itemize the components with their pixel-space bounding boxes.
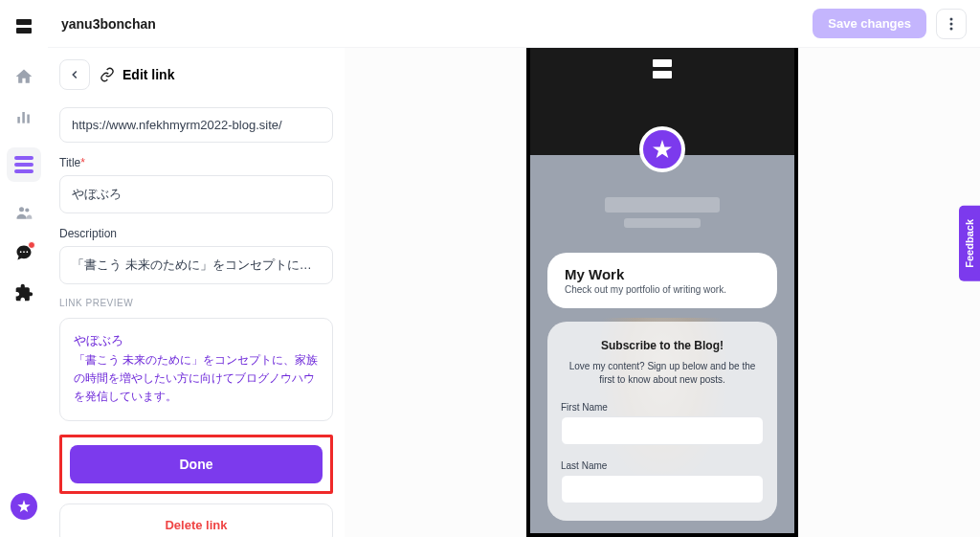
svg-point-10 — [950, 27, 953, 30]
delete-link-row: Delete link — [59, 503, 333, 537]
panel-title-text: Edit link — [122, 67, 174, 82]
svg-point-8 — [950, 17, 953, 20]
subscribe-card: Subscribe to the Blog! Love my content? … — [547, 322, 777, 521]
svg-rect-1 — [22, 112, 25, 123]
svg-point-9 — [950, 22, 953, 25]
analytics-icon[interactable] — [14, 107, 33, 126]
sidebar-nav — [0, 0, 48, 537]
svg-point-3 — [19, 207, 24, 212]
panel-title: Edit link — [100, 67, 174, 82]
description-input[interactable]: 「書こう 未来のために」をコンセプトに、家族の — [59, 246, 333, 284]
svg-point-6 — [23, 251, 25, 253]
title-input[interactable]: やぼぶろ — [59, 175, 333, 213]
placeholder-title — [605, 197, 720, 213]
title-label: Title* — [59, 156, 333, 169]
my-work-card[interactable]: My Work Check out my portfolio of writin… — [547, 253, 777, 308]
header: yanu3bonchan Save changes — [48, 0, 980, 48]
title-field: Title* やぼぶろ — [59, 156, 333, 213]
subscribe-heading: Subscribe to the Blog! — [561, 339, 764, 352]
star-badge-icon — [639, 126, 685, 172]
first-name-input[interactable] — [561, 416, 764, 445]
work-card-subtitle: Check out my portfolio of writing work. — [565, 284, 760, 295]
placeholder-subtitle — [624, 218, 701, 228]
link-preview-label: LINK PREVIEW — [59, 298, 333, 308]
svg-point-5 — [20, 251, 22, 253]
last-name-input[interactable] — [561, 475, 764, 503]
url-field: https://www.nfekhmyrm2022-blog.site/ — [59, 107, 333, 143]
preview-title: やぼぶろ — [74, 332, 319, 349]
url-input[interactable]: https://www.nfekhmyrm2022-blog.site/ — [59, 107, 333, 143]
feedback-tab[interactable]: Feedback — [959, 206, 980, 281]
done-button[interactable]: Done — [70, 445, 323, 483]
delete-link-button[interactable]: Delete link — [165, 518, 227, 532]
chat-icon[interactable] — [14, 243, 33, 262]
notification-dot — [28, 241, 35, 249]
subscribe-text: Love my content? Sign up below and be th… — [561, 360, 764, 387]
panel-header: Edit link — [59, 59, 333, 90]
last-name-label: Last Name — [561, 460, 764, 471]
star-fab-button[interactable] — [11, 493, 37, 520]
puzzle-icon[interactable] — [14, 283, 33, 302]
link-preview-card: やぼぶろ 「書こう 未来のために」をコンセプトに、家族の時間を増やしたい方に向け… — [59, 318, 333, 421]
more-options-button[interactable] — [936, 9, 967, 39]
phone-mockup: My Work Check out my portfolio of writin… — [526, 48, 798, 537]
home-icon[interactable] — [14, 67, 33, 86]
edit-link-panel: Edit link https://www.nfekhmyrm2022-blog… — [48, 48, 345, 537]
people-icon[interactable] — [14, 203, 33, 222]
save-changes-button[interactable]: Save changes — [813, 9, 926, 38]
phone-logo — [653, 59, 672, 78]
svg-rect-0 — [17, 117, 20, 123]
description-label: Description — [59, 227, 333, 240]
first-name-label: First Name — [561, 402, 764, 413]
svg-rect-2 — [27, 115, 30, 123]
back-button[interactable] — [59, 59, 90, 90]
work-card-title: My Work — [565, 266, 760, 282]
description-field: Description 「書こう 未来のために」をコンセプトに、家族の — [59, 227, 333, 284]
svg-point-4 — [25, 208, 29, 212]
done-highlight: Done — [59, 435, 333, 494]
links-icon — [14, 156, 33, 173]
links-nav-item[interactable] — [7, 147, 41, 182]
username-display: yanu3bonchan — [61, 16, 156, 32]
app-logo — [16, 19, 32, 34]
svg-point-7 — [27, 251, 29, 253]
link-icon — [100, 67, 115, 82]
header-actions: Save changes — [813, 9, 967, 39]
phone-body: My Work Check out my portfolio of writin… — [530, 155, 794, 537]
phone-preview-area: My Work Check out my portfolio of writin… — [345, 48, 980, 537]
preview-description: 「書こう 未来のために」をコンセプトに、家族の時間を増やしたい方に向けてブログノ… — [74, 351, 319, 407]
